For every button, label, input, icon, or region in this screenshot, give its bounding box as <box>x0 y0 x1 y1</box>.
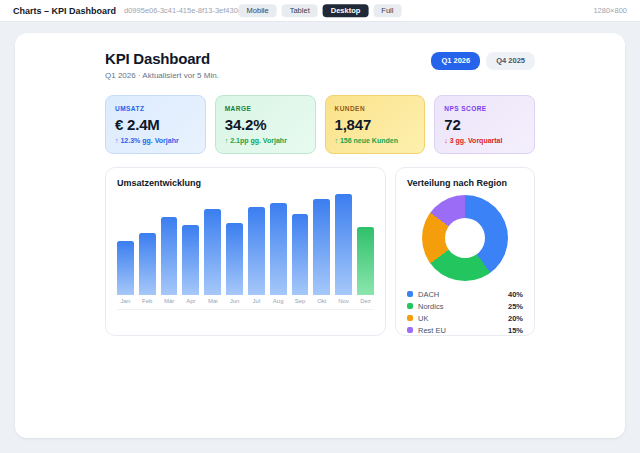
resolution-readout: 1280×800 <box>593 6 627 15</box>
legend-label: UK <box>418 314 428 323</box>
x-tick-jun: Jun <box>226 298 243 304</box>
period-button-q1-2026[interactable]: Q1 2026 <box>431 52 480 70</box>
bar-column-jan <box>117 194 134 295</box>
kpi-label: NPS SCORE <box>444 105 525 112</box>
donut-chart-card: Verteilung nach Region DACH40%Nordics25%… <box>395 167 535 336</box>
x-tick-feb: Feb <box>139 298 156 304</box>
bar-column-feb <box>139 194 156 295</box>
viewport-button-mobile[interactable]: Mobile <box>239 4 277 18</box>
kpi-card-marge: MARGE34.2%↑ 2.1pp gg. Vorjahr <box>215 95 316 154</box>
kpi-delta: ↑ 2.1pp gg. Vorjahr <box>225 137 306 144</box>
viewport-button-desktop[interactable]: Desktop <box>323 4 369 18</box>
bar-jul <box>248 207 265 295</box>
kpi-card-nps-score: NPS SCORE72↓ 3 gg. Vorquartal <box>434 95 535 154</box>
page-title: KPI Dashboard <box>105 50 219 67</box>
kpi-card-row: UMSATZ€ 2.4M↑ 12.3% gg. VorjahrMARGE34.2… <box>105 95 535 154</box>
period-switcher: Q1 2026Q4 2025 <box>431 52 535 70</box>
bar-sep <box>292 214 309 295</box>
x-tick-okt: Okt <box>313 298 330 304</box>
charts-row: Umsatzentwicklung JanFebMärAprMaiJunJulA… <box>105 167 535 336</box>
legend-row-nordics: Nordics25% <box>407 300 523 312</box>
kpi-value: 1,847 <box>335 116 416 133</box>
bar-m-r <box>161 217 178 295</box>
window-title: Charts – KPI Dashboard <box>13 6 116 16</box>
legend-label: Rest EU <box>418 326 446 335</box>
bar-nov <box>335 194 352 295</box>
viewport-switcher: MobileTabletDesktopFull <box>239 4 402 18</box>
bar-column-m-r <box>161 194 178 295</box>
legend-label: DACH <box>418 290 439 299</box>
kpi-value: 34.2% <box>225 116 306 133</box>
x-tick-apr: Apr <box>182 298 199 304</box>
bar-chart-x-axis: JanFebMärAprMaiJunJulAugSepOktNovDez <box>117 298 374 310</box>
bar-okt <box>313 199 330 295</box>
x-tick-jan: Jan <box>117 298 134 304</box>
legend-row-rest-eu: Rest EU15% <box>407 324 523 336</box>
bar-dez <box>357 227 374 295</box>
viewport-button-full[interactable]: Full <box>373 4 401 18</box>
legend-swatch-nordics <box>407 303 413 309</box>
bar-chart-title: Umsatzentwicklung <box>117 178 374 188</box>
kpi-card-umsatz: UMSATZ€ 2.4M↑ 12.3% gg. Vorjahr <box>105 95 206 154</box>
page-subtitle: Q1 2026 · Aktualisiert vor 5 Min. <box>105 71 219 80</box>
x-tick-mai: Mai <box>204 298 221 304</box>
donut-chart <box>422 195 508 281</box>
bar-column-aug <box>270 194 287 295</box>
x-tick-nov: Nov <box>335 298 352 304</box>
kpi-value: € 2.4M <box>115 116 196 133</box>
x-tick-aug: Aug <box>270 298 287 304</box>
x-tick-m-r: Mär <box>161 298 178 304</box>
bar-apr <box>182 225 199 295</box>
legend-label: Nordics <box>418 302 443 311</box>
x-tick-sep: Sep <box>292 298 309 304</box>
legend-swatch-uk <box>407 315 413 321</box>
kpi-delta: ↓ 3 gg. Vorquartal <box>444 137 525 144</box>
preview-canvas: KPI Dashboard Q1 2026 · Aktualisiert vor… <box>15 33 625 438</box>
viewport-button-tablet[interactable]: Tablet <box>282 4 318 18</box>
bar-chart-card: Umsatzentwicklung JanFebMärAprMaiJunJulA… <box>105 167 386 336</box>
legend-row-dach: DACH40% <box>407 288 523 300</box>
bar-feb <box>139 233 156 295</box>
legend-swatch-rest-eu <box>407 327 413 333</box>
kpi-delta: ↑ 12.3% gg. Vorjahr <box>115 137 196 144</box>
top-bar: Charts – KPI Dashboard d0995e06-3c41-415… <box>0 0 640 22</box>
bar-column-mai <box>204 194 221 295</box>
kpi-label: KUNDEN <box>335 105 416 112</box>
x-tick-jul: Jul <box>248 298 265 304</box>
bar-column-jul <box>248 194 265 295</box>
bar-column-nov <box>335 194 352 295</box>
legend-value: 25% <box>508 302 523 311</box>
page-background: KPI Dashboard Q1 2026 · Aktualisiert vor… <box>0 22 640 449</box>
bar-column-sep <box>292 194 309 295</box>
legend-value: 15% <box>508 326 523 335</box>
bar-chart-plot <box>117 194 374 295</box>
kpi-card-kunden: KUNDEN1,847↑ 156 neue Kunden <box>325 95 426 154</box>
kpi-label: MARGE <box>225 105 306 112</box>
x-tick-dez: Dez <box>357 298 374 304</box>
legend-value: 40% <box>508 290 523 299</box>
bar-column-apr <box>182 194 199 295</box>
bar-jun <box>226 223 243 295</box>
bar-mai <box>204 209 221 295</box>
donut-chart-title: Verteilung nach Region <box>407 178 523 188</box>
legend-value: 20% <box>508 314 523 323</box>
kpi-value: 72 <box>444 116 525 133</box>
kpi-delta: ↑ 156 neue Kunden <box>335 137 416 144</box>
dashboard-header: KPI Dashboard Q1 2026 · Aktualisiert vor… <box>105 50 535 80</box>
bar-column-jun <box>226 194 243 295</box>
bar-jan <box>117 241 134 295</box>
donut-legend: DACH40%Nordics25%UK20%Rest EU15% <box>407 288 523 336</box>
bar-aug <box>270 203 287 295</box>
bar-column-okt <box>313 194 330 295</box>
legend-swatch-dach <box>407 291 413 297</box>
kpi-label: UMSATZ <box>115 105 196 112</box>
legend-row-uk: UK20% <box>407 312 523 324</box>
period-button-q4-2025[interactable]: Q4 2025 <box>486 52 535 70</box>
bar-column-dez <box>357 194 374 295</box>
